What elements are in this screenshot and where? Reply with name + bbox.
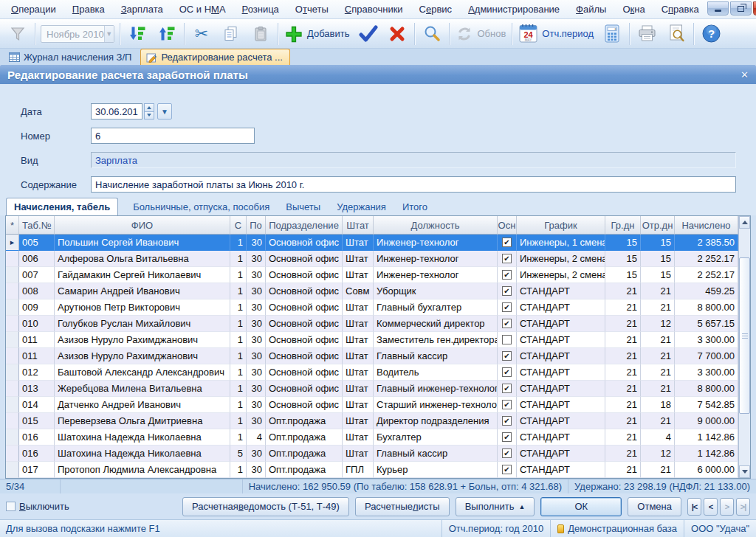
table-row[interactable]: 016Шатохина Надежда Николаевна14Опт.прод…	[6, 429, 738, 446]
table-row[interactable]: 011Азизов Нуруло Рахимджанович130Основно…	[6, 332, 738, 348]
column-header[interactable]: Таб.№	[19, 216, 55, 235]
payslips-button[interactable]: Расчетные листы	[355, 497, 450, 516]
column-header[interactable]: Осн	[498, 216, 517, 235]
main-checkbox[interactable]: ✔	[502, 270, 512, 280]
sort-descending-button[interactable]	[123, 21, 152, 46]
tab-edit-calculation[interactable]: Редактирование расчета ...	[140, 49, 290, 65]
number-input[interactable]	[91, 128, 255, 144]
main-checkbox[interactable]: ✔	[502, 384, 512, 393]
main-checkbox[interactable]: ✔	[502, 302, 512, 312]
disable-checkbox[interactable]	[6, 502, 16, 511]
tab-journal[interactable]: Журнал начисления З/П	[4, 49, 138, 65]
first-record-button[interactable]: |<	[687, 498, 701, 516]
menu-item[interactable]: Зарплата	[113, 1, 171, 18]
confirm-button[interactable]	[353, 21, 382, 46]
main-checkbox[interactable]: ✔	[502, 319, 512, 328]
main-checkbox[interactable]	[502, 335, 512, 344]
column-header[interactable]: По	[247, 216, 266, 235]
panel-close-icon[interactable]: ✕	[740, 69, 749, 80]
column-header[interactable]: График	[517, 216, 605, 235]
column-header[interactable]: Штат	[343, 216, 374, 235]
payroll-sheet-button[interactable]: Расчетная ведомость (Т-51, Т-49)	[182, 497, 349, 516]
menu-item[interactable]: Сервис	[411, 1, 461, 18]
main-checkbox[interactable]: ✔	[502, 367, 512, 377]
table-row[interactable]: 015Переверзева Ольга Дмитриевна130Опт.пр…	[6, 413, 738, 429]
execute-button[interactable]: Выполнить ▲	[456, 497, 535, 516]
column-header[interactable]: Должность	[374, 216, 498, 235]
minimize-button[interactable]	[707, 1, 729, 15]
table-row[interactable]: 017Протопоп Людмила Александровна130Опт.…	[6, 462, 738, 478]
cut-button[interactable]: ✂	[187, 21, 216, 46]
delete-button[interactable]	[382, 21, 412, 46]
table-row[interactable]: 014Датченко Андрей Иванович130Основной о…	[6, 397, 738, 413]
period-filter-combobox[interactable]: Ноябрь 2010 ▼	[41, 25, 114, 43]
copy-button[interactable]	[216, 21, 246, 46]
main-checkbox[interactable]: ✔	[502, 432, 512, 442]
main-checkbox[interactable]: ✔	[502, 254, 512, 263]
chevron-down-icon[interactable]: ▼	[104, 26, 114, 42]
menu-item[interactable]: Правка	[64, 1, 113, 18]
column-header[interactable]: Начислено	[675, 216, 738, 235]
main-checkbox[interactable]: ✔	[502, 400, 512, 409]
scrollbar-thumb[interactable]	[739, 257, 750, 414]
menu-item[interactable]: Розница	[234, 1, 287, 18]
menu-item[interactable]: Справочники	[337, 1, 411, 18]
date-dropdown-button[interactable]: ▼	[157, 103, 172, 119]
main-checkbox[interactable]: ✔	[502, 286, 512, 296]
table-row[interactable]: ▸005Польшин Сергей Иванович130Основной о…	[6, 235, 738, 251]
table-row[interactable]: 009Арутюнов Петр Викторович130Основной о…	[6, 299, 738, 316]
menu-item[interactable]: Отчеты	[287, 1, 337, 18]
sheet-tab[interactable]: Начисления, табель	[6, 198, 118, 215]
sheet-tab[interactable]: Итого	[401, 198, 429, 215]
sheet-tab[interactable]: Больничные, отпуска, пособия	[131, 198, 271, 215]
sheet-tab[interactable]: Вычеты	[284, 198, 322, 215]
date-input[interactable]	[91, 103, 142, 119]
main-checkbox[interactable]: ✔	[502, 416, 512, 426]
column-header[interactable]: ФИО	[55, 216, 230, 235]
vertical-scrollbar[interactable]	[738, 216, 750, 478]
calculator-button[interactable]: 8	[597, 21, 627, 46]
ok-button[interactable]: ОК	[540, 497, 622, 516]
column-header[interactable]: Подразделение	[266, 216, 343, 235]
cancel-button[interactable]: Отмена	[628, 497, 681, 516]
close-button[interactable]: ✖	[753, 1, 756, 15]
table-row[interactable]: 007Гайдамакин Сергей Николаевич130Основн…	[6, 267, 738, 283]
menu-item[interactable]: Файлы	[568, 1, 614, 18]
table-row[interactable]: 008Самарин Андрей Иванович130Основной оф…	[6, 283, 738, 299]
menu-item[interactable]: ОС и НМА	[171, 1, 234, 18]
description-input[interactable]	[91, 176, 736, 193]
paste-button[interactable]	[246, 21, 275, 46]
print-button[interactable]	[632, 21, 662, 46]
sheet-tab[interactable]: Удержания	[335, 198, 388, 215]
table-row[interactable]: 010Голубков Руслан Михайлович130Основной…	[6, 316, 738, 332]
refresh-button[interactable]: Обнов	[452, 21, 509, 46]
column-header[interactable]: Гр.дн	[605, 216, 641, 235]
sort-ascending-button[interactable]	[152, 21, 182, 46]
table-row[interactable]: 006Алферова Ольга Витальевна130Основной …	[6, 251, 738, 267]
add-button[interactable]: Добавить	[281, 21, 353, 46]
search-button[interactable]	[417, 21, 447, 46]
menu-item[interactable]: Администрирование	[460, 1, 568, 18]
print-preview-button[interactable]	[662, 21, 691, 46]
scroll-up-button[interactable]	[739, 216, 750, 229]
main-checkbox[interactable]: ✔	[502, 465, 512, 474]
main-checkbox[interactable]: ✔	[502, 238, 512, 247]
report-period-button[interactable]: 24MAY Отч.период	[515, 21, 597, 46]
maximize-button[interactable]	[730, 1, 752, 15]
table-row[interactable]: 013Жеребцова Милена Витальевна130Основно…	[6, 381, 738, 397]
filter-button[interactable]	[3, 21, 32, 46]
help-button[interactable]: ?	[696, 21, 726, 46]
last-record-button[interactable]: >|	[736, 498, 750, 516]
previous-record-button[interactable]: <	[704, 498, 718, 516]
table-row[interactable]: 016Шатохина Надежда Николаевна530Опт.про…	[6, 446, 738, 462]
spin-up-button[interactable]	[144, 103, 154, 112]
table-row[interactable]: 011Азизов Нуруло Рахимджанович130Основно…	[6, 348, 738, 364]
main-checkbox[interactable]: ✔	[502, 351, 512, 361]
spin-down-button[interactable]	[144, 112, 154, 120]
corner-header[interactable]: *	[6, 216, 19, 235]
main-checkbox[interactable]: ✔	[502, 448, 512, 458]
scroll-down-button[interactable]	[739, 465, 750, 478]
column-header[interactable]: Отр.дн	[641, 216, 675, 235]
column-header[interactable]: С	[230, 216, 247, 235]
menu-item[interactable]: Справка	[653, 1, 707, 18]
